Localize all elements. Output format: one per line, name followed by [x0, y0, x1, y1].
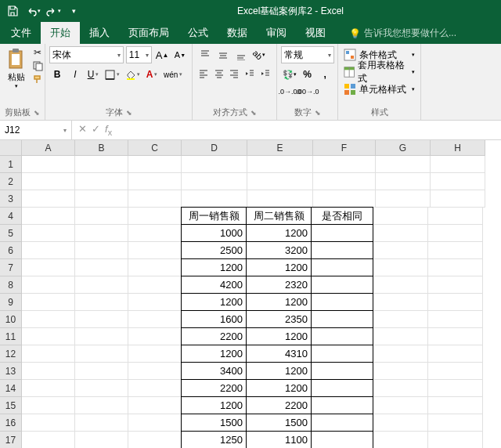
row-header-1[interactable]: 1: [0, 156, 22, 173]
align-bottom-button[interactable]: [232, 46, 250, 63]
cell-B7[interactable]: [75, 259, 128, 276]
cell-E15[interactable]: 2200: [246, 396, 312, 414]
cell-G3[interactable]: [376, 190, 431, 208]
cell-D17[interactable]: 1250: [181, 431, 247, 448]
cell-C2[interactable]: [128, 173, 182, 190]
cell-D1[interactable]: [182, 156, 247, 173]
cell-G4[interactable]: [373, 208, 428, 225]
cell-F14[interactable]: [311, 379, 373, 397]
cell-H13[interactable]: [428, 363, 483, 380]
fill-color-button[interactable]: ▾: [124, 66, 142, 83]
cell-C15[interactable]: [128, 397, 182, 414]
row-header-12[interactable]: 12: [0, 345, 22, 363]
cell-F3[interactable]: [313, 190, 376, 208]
col-header-D[interactable]: D: [182, 140, 247, 156]
cell-B13[interactable]: [75, 363, 128, 380]
row-header-16[interactable]: 16: [0, 414, 22, 432]
cell-C7[interactable]: [128, 259, 182, 276]
cell-C16[interactable]: [128, 414, 182, 432]
row-header-8[interactable]: 8: [0, 276, 22, 294]
cell-D7[interactable]: 1200: [181, 258, 247, 276]
cell-F4[interactable]: 是否相同: [311, 207, 373, 225]
cell-D6[interactable]: 2500: [181, 241, 247, 259]
cell-F15[interactable]: [311, 396, 373, 414]
align-right-button[interactable]: [227, 65, 242, 82]
cell-B9[interactable]: [75, 294, 128, 311]
cell-E11[interactable]: 1200: [246, 327, 312, 345]
align-top-button[interactable]: [196, 46, 214, 63]
tab-home[interactable]: 开始: [41, 22, 80, 44]
cell-H9[interactable]: [428, 294, 483, 311]
cell-D5[interactable]: 1000: [181, 224, 247, 242]
cell-A14[interactable]: [22, 380, 75, 397]
cell-D16[interactable]: 1500: [181, 414, 247, 432]
cell-B5[interactable]: [75, 225, 128, 242]
cell-H8[interactable]: [428, 276, 483, 294]
table-format-button[interactable]: 套用表格格式▾: [342, 63, 416, 81]
font-size-combo[interactable]: 11▾: [126, 46, 152, 63]
cell-F8[interactable]: [311, 276, 373, 294]
cell-E5[interactable]: 1200: [246, 224, 312, 242]
align-middle-button[interactable]: [214, 46, 232, 63]
row-header-15[interactable]: 15: [0, 397, 22, 414]
cell-B17[interactable]: [75, 432, 128, 448]
cell-A15[interactable]: [22, 397, 75, 414]
percent-button[interactable]: %: [299, 66, 316, 83]
cell-H15[interactable]: [428, 397, 483, 414]
cell-F16[interactable]: [311, 414, 373, 432]
redo-button[interactable]: ▾: [44, 2, 63, 20]
row-header-11[interactable]: 11: [0, 328, 22, 345]
tab-formula[interactable]: 公式: [178, 22, 218, 44]
cell-H10[interactable]: [428, 311, 483, 328]
cell-E16[interactable]: 1500: [246, 414, 312, 432]
cancel-formula-button[interactable]: ✕: [78, 123, 87, 137]
cell-H7[interactable]: [428, 259, 483, 276]
cell-E1[interactable]: [247, 156, 313, 173]
cell-A11[interactable]: [22, 328, 75, 345]
cell-E7[interactable]: 1200: [246, 258, 312, 276]
cell-G10[interactable]: [373, 311, 428, 328]
cell-C14[interactable]: [128, 380, 182, 397]
cell-D15[interactable]: 1200: [181, 396, 247, 414]
cell-G6[interactable]: [373, 242, 428, 259]
cell-G8[interactable]: [373, 276, 428, 294]
cell-F10[interactable]: [311, 310, 373, 328]
enter-formula-button[interactable]: ✓: [92, 123, 100, 137]
phonetic-button[interactable]: wén▾: [162, 66, 184, 83]
cell-B16[interactable]: [75, 414, 128, 432]
col-header-E[interactable]: E: [247, 140, 313, 156]
align-center-button[interactable]: [212, 65, 227, 82]
col-header-A[interactable]: A: [22, 140, 75, 156]
cell-H3[interactable]: [431, 190, 485, 208]
row-header-6[interactable]: 6: [0, 242, 22, 259]
cell-C4[interactable]: [128, 208, 182, 225]
tab-review[interactable]: 审阅: [257, 22, 296, 44]
cell-A12[interactable]: [22, 345, 75, 363]
cell-E10[interactable]: 2350: [246, 310, 312, 328]
cell-C1[interactable]: [128, 156, 182, 173]
tab-insert[interactable]: 插入: [80, 22, 119, 44]
cell-G13[interactable]: [373, 363, 428, 380]
cell-A17[interactable]: [22, 432, 75, 448]
clipboard-launcher[interactable]: ⬊: [31, 109, 40, 117]
align-left-button[interactable]: [196, 65, 211, 82]
cell-A13[interactable]: [22, 363, 75, 380]
cell-H6[interactable]: [428, 242, 483, 259]
cell-H11[interactable]: [428, 328, 483, 345]
cell-F12[interactable]: [311, 345, 373, 363]
italic-button[interactable]: I: [67, 66, 83, 83]
cell-F6[interactable]: [311, 241, 373, 259]
cell-G7[interactable]: [373, 259, 428, 276]
cell-A7[interactable]: [22, 259, 75, 276]
cell-B3[interactable]: [75, 190, 128, 208]
select-all-corner[interactable]: [0, 140, 22, 156]
cut-button[interactable]: ✂: [31, 46, 45, 59]
cell-D14[interactable]: 2200: [181, 379, 247, 397]
cell-G5[interactable]: [373, 225, 428, 242]
number-launcher[interactable]: ⬊: [312, 109, 321, 117]
cell-A4[interactable]: [22, 208, 75, 225]
cell-G16[interactable]: [373, 414, 428, 432]
cell-E9[interactable]: 1200: [246, 293, 312, 311]
qat-customize[interactable]: ▾: [64, 2, 83, 20]
cell-C13[interactable]: [128, 363, 182, 380]
